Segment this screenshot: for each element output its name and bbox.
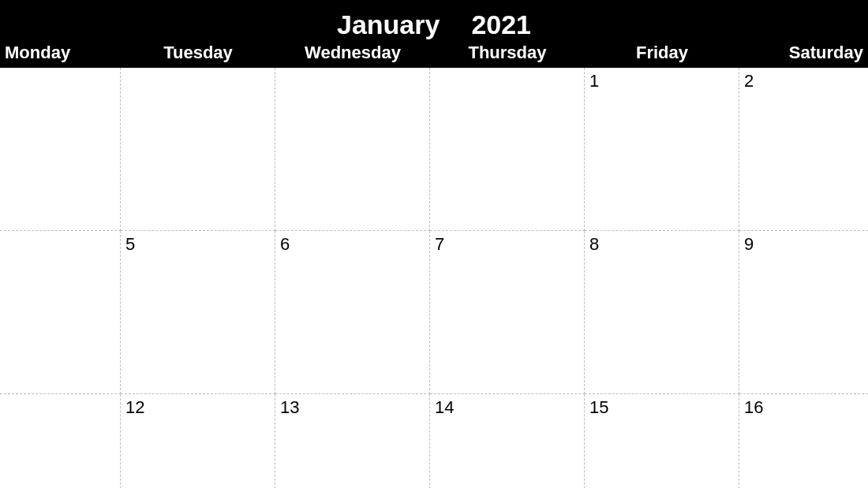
day-number: 16 [744,397,763,417]
calendar-cell[interactable]: 5 [121,231,275,394]
day-number: 12 [125,397,144,417]
calendar-header: January 2021 Monday Tuesday Wednesday Th… [0,0,868,68]
dow-monday: Monday [0,43,121,63]
day-number: 8 [589,234,599,254]
day-number: 15 [589,397,608,417]
day-number: 7 [435,234,444,254]
calendar-year: 2021 [471,11,531,38]
calendar-cell[interactable]: 15 [585,394,739,488]
day-number: 2 [744,71,754,91]
calendar-cell[interactable] [0,68,121,231]
calendar-week-2: 5 6 7 8 9 [0,231,868,394]
dow-wednesday: Wednesday [275,43,430,63]
calendar-cell[interactable]: 1 [585,68,739,231]
calendar-cell[interactable]: 14 [430,394,585,488]
calendar-cell[interactable] [430,68,585,231]
day-number: 6 [280,234,290,254]
day-of-week-row: Monday Tuesday Wednesday Thursday Friday… [0,38,868,68]
calendar-cell[interactable]: 9 [739,231,868,394]
calendar-cell[interactable]: 7 [430,231,585,394]
day-number: 14 [435,397,454,417]
calendar-month: January [337,11,440,38]
dow-tuesday: Tuesday [121,43,275,63]
calendar-week-3: 12 13 14 15 16 [0,394,868,488]
dow-friday: Friday [585,43,739,63]
day-number: 9 [744,234,754,254]
calendar-cell[interactable]: 12 [121,394,275,488]
calendar-cell[interactable] [275,68,430,231]
day-number: 5 [125,234,135,254]
calendar-week-1: 1 2 [0,68,868,231]
calendar-cell[interactable]: 8 [585,231,739,394]
calendar-cell[interactable]: 6 [275,231,430,394]
dow-saturday: Saturday [739,43,868,63]
calendar-cell[interactable] [121,68,275,231]
calendar-cell[interactable]: 2 [739,68,868,231]
calendar-cell[interactable] [0,231,121,394]
day-number: 1 [589,71,599,91]
calendar-title: January 2021 [0,0,868,38]
dow-thursday: Thursday [430,43,585,63]
calendar-cell[interactable]: 16 [739,394,868,488]
day-number: 13 [280,397,299,417]
calendar-cell[interactable]: 13 [275,394,430,488]
calendar-cell[interactable] [0,394,121,488]
